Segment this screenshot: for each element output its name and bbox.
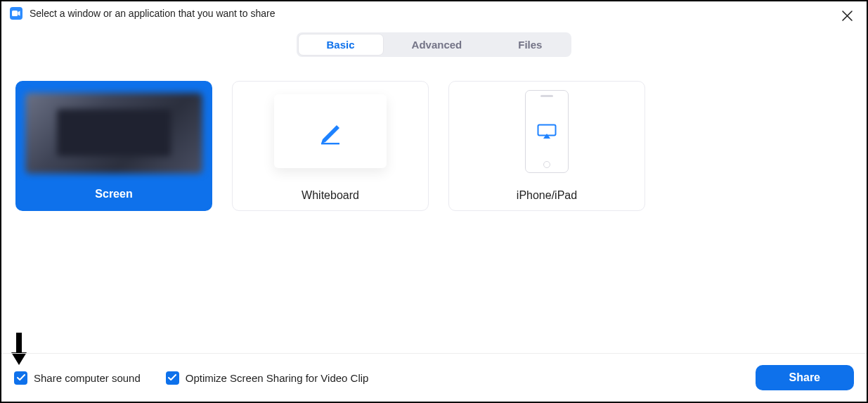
share-options: Screen Whiteboard iPhone/iPad [1, 57, 867, 211]
tab-bar: Basic Advanced Files [1, 32, 867, 57]
checkbox-checked-icon [166, 371, 179, 385]
optimize-video-checkbox[interactable]: Optimize Screen Sharing for Video Clip [166, 371, 369, 385]
whiteboard-thumbnail [274, 94, 387, 168]
pencil-icon [316, 117, 345, 146]
screen-preview [18, 83, 210, 179]
option-screen[interactable]: Screen [15, 81, 212, 211]
svg-rect-1 [321, 143, 339, 144]
dialog-footer: Share computer sound Optimize Screen Sha… [1, 353, 867, 402]
checkmark-icon [168, 374, 176, 381]
optimize-video-label: Optimize Screen Sharing for Video Clip [186, 372, 369, 384]
tab-advanced[interactable]: Advanced [384, 34, 491, 56]
tab-basic[interactable]: Basic [298, 34, 384, 56]
option-screen-label: Screen [18, 179, 210, 209]
zoom-app-icon [10, 7, 22, 20]
iphone-preview [449, 82, 644, 181]
share-sound-label: Share computer sound [34, 372, 141, 384]
dialog-header: Select a window or an application that y… [1, 1, 867, 25]
close-icon [842, 11, 853, 21]
option-iphone-label: iPhone/iPad [449, 181, 644, 210]
tab-group: Basic Advanced Files [297, 32, 572, 57]
svg-rect-3 [16, 333, 22, 354]
airplay-icon [537, 124, 557, 139]
close-button[interactable] [840, 8, 854, 23]
share-button[interactable]: Share [756, 365, 854, 390]
checkmark-icon [17, 374, 25, 381]
whiteboard-preview [233, 82, 428, 181]
svg-rect-0 [12, 11, 18, 16]
option-whiteboard-label: Whiteboard [233, 181, 428, 210]
checkbox-checked-icon [14, 371, 27, 385]
option-iphone-ipad[interactable]: iPhone/iPad [448, 81, 645, 211]
option-whiteboard[interactable]: Whiteboard [232, 81, 429, 211]
share-sound-checkbox[interactable]: Share computer sound [14, 371, 141, 385]
phone-outline-icon [525, 90, 569, 173]
dialog-title: Select a window or an application that y… [30, 8, 275, 19]
tab-files[interactable]: Files [490, 34, 570, 56]
screen-thumbnail [25, 93, 202, 174]
